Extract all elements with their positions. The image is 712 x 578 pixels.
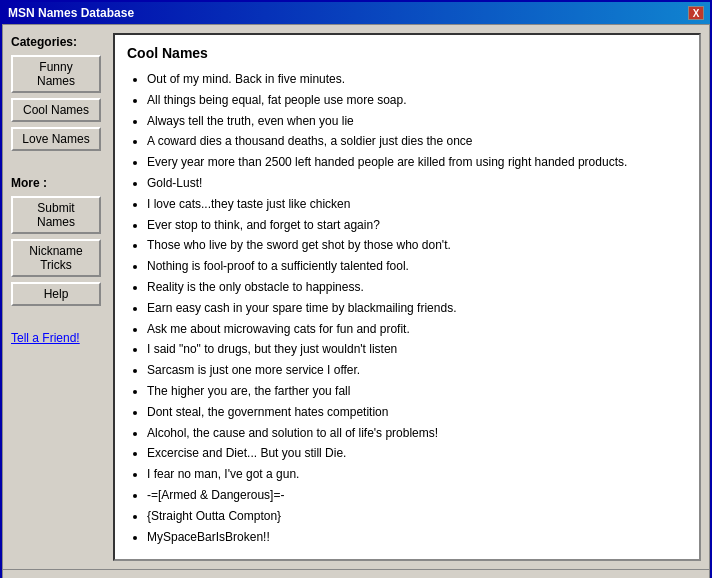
sidebar: Categories: Funny Names Cool Names Love … xyxy=(3,25,113,569)
list-item: Sarcasm is just one more service I offer… xyxy=(147,362,687,379)
list-item: Dont steal, the government hates competi… xyxy=(147,404,687,421)
list-item: The higher you are, the farther you fall xyxy=(147,383,687,400)
main-window: MSN Names Database X Categories: Funny N… xyxy=(0,0,712,578)
close-button[interactable]: X xyxy=(688,6,704,20)
list-item: Earn easy cash in your spare time by bla… xyxy=(147,300,687,317)
list-item: -=[Armed & Dangerous]=- xyxy=(147,487,687,504)
list-item: I love cats...they taste just like chick… xyxy=(147,196,687,213)
list-item: {Straight Outta Compton} xyxy=(147,508,687,525)
submit-names-button[interactable]: Submit Names xyxy=(11,196,101,234)
list-item: Out of my mind. Back in five minutes. xyxy=(147,71,687,88)
love-names-button[interactable]: Love Names xyxy=(11,127,101,151)
list-item: Ever stop to think, and forget to start … xyxy=(147,217,687,234)
cool-names-button[interactable]: Cool Names xyxy=(11,98,101,122)
funny-names-button[interactable]: Funny Names xyxy=(11,55,101,93)
list-item: Always tell the truth, even when you lie xyxy=(147,113,687,130)
title-bar: MSN Names Database X xyxy=(2,2,710,24)
list-item: Those who live by the sword get shot by … xyxy=(147,237,687,254)
more-label: More : xyxy=(11,176,105,190)
more-section: More : Submit Names Nickname Tricks Help xyxy=(11,176,105,311)
list-item: Gold-Lust! xyxy=(147,175,687,192)
list-item: I fear no man, I've got a gun. xyxy=(147,466,687,483)
content-list: Out of my mind. Back in five minutes.All… xyxy=(127,71,687,545)
list-item: MySpaceBarIsBroken!! xyxy=(147,529,687,546)
list-item: Every year more than 2500 left handed pe… xyxy=(147,154,687,171)
categories-label: Categories: xyxy=(11,35,105,49)
content-title: Cool Names xyxy=(127,45,687,61)
window-body: Categories: Funny Names Cool Names Love … xyxy=(2,24,710,578)
help-button[interactable]: Help xyxy=(11,282,101,306)
window-title: MSN Names Database xyxy=(8,6,134,20)
list-item: All things being equal, fat people use m… xyxy=(147,92,687,109)
main-content: Categories: Funny Names Cool Names Love … xyxy=(3,25,709,569)
nickname-tricks-button[interactable]: Nickname Tricks xyxy=(11,239,101,277)
list-item: Reality is the only obstacle to happines… xyxy=(147,279,687,296)
list-item: Ask me about microwaving cats for fun an… xyxy=(147,321,687,338)
list-item: Alcohol, the cause and solution to all o… xyxy=(147,425,687,442)
list-item: Excercise and Diet... But you still Die. xyxy=(147,445,687,462)
list-item: I said "no" to drugs, but they just woul… xyxy=(147,341,687,358)
status-bar: All material is copyrighted by the Nickn… xyxy=(3,569,709,578)
content-area: Cool Names Out of my mind. Back in five … xyxy=(113,33,701,561)
content-scroll[interactable]: Cool Names Out of my mind. Back in five … xyxy=(115,35,699,559)
tell-friend-link[interactable]: Tell a Friend! xyxy=(11,331,105,345)
list-item: Nothing is fool-proof to a sufficiently … xyxy=(147,258,687,275)
list-item: A coward dies a thousand deaths, a soldi… xyxy=(147,133,687,150)
